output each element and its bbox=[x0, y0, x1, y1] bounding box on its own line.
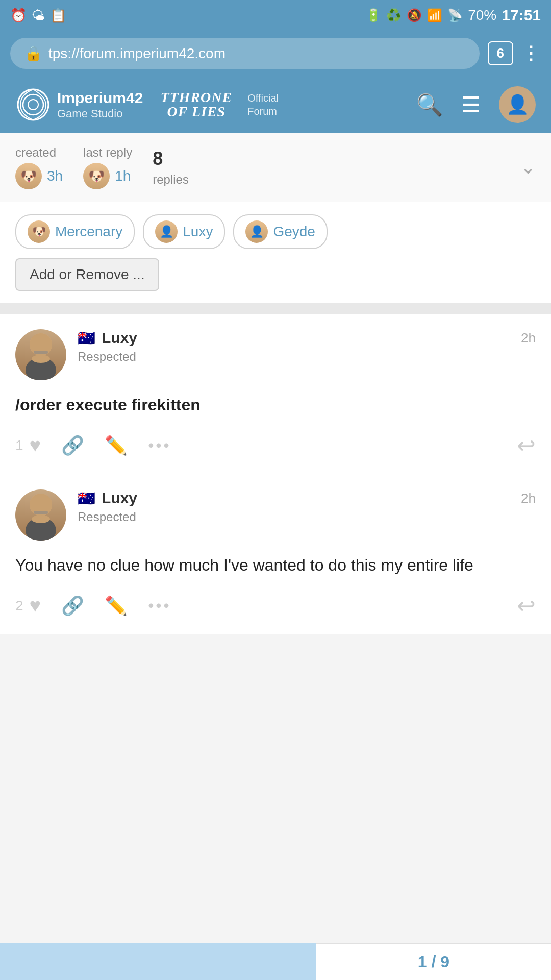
tag-geyde-avatar: 👤 bbox=[245, 220, 268, 243]
thread-meta-info: created 🐶 3h last reply 🐶 1h 8 replies bbox=[15, 145, 520, 189]
last-reply-time: 1h bbox=[115, 168, 131, 184]
last-reply-avatar: 🐶 bbox=[83, 163, 110, 189]
post-1-header: 🇦🇺 Luxy 2h Respected bbox=[15, 329, 536, 380]
status-bar: ⏰ 🌤 📋 🔋 ♻️ 🔕 📶 📡 70% 17:51 bbox=[0, 0, 551, 31]
like-count-2: 2 bbox=[15, 598, 23, 614]
post-1-like-action[interactable]: 1 ♥ bbox=[15, 434, 41, 456]
scroll-bar[interactable] bbox=[0, 943, 316, 980]
edit-icon-2: ✏️ bbox=[105, 595, 128, 617]
signal-icon: 📡 bbox=[447, 8, 463, 22]
link-icon-2: 🔗 bbox=[61, 595, 84, 617]
post-1-username-row: 🇦🇺 Luxy 2h bbox=[78, 329, 536, 347]
post-2: 🇦🇺 Luxy 2h Respected You have no clue ho… bbox=[0, 474, 551, 634]
post-2-link-action[interactable]: 🔗 bbox=[61, 595, 84, 617]
post-1-time: 2h bbox=[521, 330, 536, 346]
created-avatar: 🐶 bbox=[15, 163, 42, 189]
user-avatar[interactable]: 👤 bbox=[499, 86, 536, 123]
post-2-content: You have no clue how much I've wanted to… bbox=[15, 553, 536, 577]
game-title-line2: of Lies bbox=[167, 105, 226, 119]
au-flag-icon-2: 🇦🇺 bbox=[78, 490, 95, 507]
post-2-more-action[interactable]: ••• bbox=[148, 596, 171, 615]
tag-geyde-label: Geyde bbox=[273, 224, 315, 240]
recycling-icon: ♻️ bbox=[386, 8, 402, 22]
tag-geyde[interactable]: 👤 Geyde bbox=[233, 214, 328, 249]
tag-mercenary-label: Mercenary bbox=[55, 224, 122, 240]
heart-icon[interactable]: ♥ bbox=[30, 434, 41, 456]
post-2-user-info: 🇦🇺 Luxy 2h Respected bbox=[78, 489, 536, 524]
post-2-header: 🇦🇺 Luxy 2h Respected bbox=[15, 489, 536, 541]
replies-count: 8 bbox=[153, 148, 163, 169]
pagination-display: 1 / 9 bbox=[418, 952, 449, 971]
svg-rect-7 bbox=[34, 351, 48, 354]
svg-point-1 bbox=[23, 94, 43, 115]
last-reply-meta: last reply 🐶 1h bbox=[83, 145, 132, 189]
imperium-logo[interactable]: Imperium42 Game Studio bbox=[15, 87, 143, 122]
post-1: 🇦🇺 Luxy 2h Respected /order execute fire… bbox=[0, 314, 551, 474]
spiral-icon bbox=[15, 87, 51, 122]
throne-of-lies-logo[interactable]: TThrone of Lies bbox=[160, 90, 232, 119]
status-icons-left: ⏰ 🌤 📋 bbox=[10, 8, 66, 23]
post-separator bbox=[0, 304, 551, 314]
link-icon: 🔗 bbox=[61, 435, 84, 456]
post-1-avatar[interactable] bbox=[15, 329, 66, 380]
tags-section: 🐶 Mercenary 👤 Luxy 👤 Geyde Add or Remove… bbox=[0, 202, 551, 304]
battery-percent: 70% bbox=[468, 7, 496, 23]
notification-icon: 📋 bbox=[50, 8, 66, 23]
tag-luxy-avatar: 👤 bbox=[155, 220, 178, 243]
heart-icon-2[interactable]: ♥ bbox=[30, 595, 41, 617]
post-2-role: Respected bbox=[78, 510, 536, 524]
post-1-more-action[interactable]: ••• bbox=[148, 436, 171, 455]
site-name: Imperium42 bbox=[57, 89, 143, 107]
svg-rect-12 bbox=[34, 511, 48, 514]
browser-menu-button[interactable]: ⋮ bbox=[521, 43, 541, 64]
tag-mercenary[interactable]: 🐶 Mercenary bbox=[15, 214, 135, 249]
lock-icon: 🔒 bbox=[24, 45, 42, 62]
add-remove-button[interactable]: Add or Remove ... bbox=[15, 258, 159, 291]
forum-header: Imperium42 Game Studio TThrone of Lies O… bbox=[0, 76, 551, 133]
post-2-avatar[interactable] bbox=[15, 489, 66, 541]
chevron-down-icon[interactable]: ⌄ bbox=[520, 157, 536, 178]
post-1-user-info: 🇦🇺 Luxy 2h Respected bbox=[78, 329, 536, 364]
post-2-like-action[interactable]: 2 ♥ bbox=[15, 595, 41, 617]
created-user: 🐶 3h bbox=[15, 163, 63, 189]
more-icon-2: ••• bbox=[148, 596, 171, 615]
svg-point-6 bbox=[32, 355, 50, 363]
tag-luxy[interactable]: 👤 Luxy bbox=[143, 214, 225, 249]
replies-label: replies bbox=[153, 173, 189, 187]
edit-icon: ✏️ bbox=[105, 435, 128, 456]
menu-icon[interactable]: ☰ bbox=[461, 92, 481, 117]
more-icon: ••• bbox=[148, 436, 171, 455]
post-2-time: 2h bbox=[521, 491, 536, 506]
au-flag-icon: 🇦🇺 bbox=[78, 330, 95, 347]
tab-count[interactable]: 6 bbox=[488, 41, 513, 65]
post-2-actions: 2 ♥ 🔗 ✏️ ••• ↩ bbox=[15, 593, 536, 619]
post-2-username[interactable]: Luxy bbox=[102, 489, 137, 507]
url-text: tps://forum.imperium42.com bbox=[48, 45, 226, 62]
bottom-spacer bbox=[0, 634, 551, 675]
site-subtitle: Game Studio bbox=[57, 107, 143, 120]
logo-text: Imperium42 Game Studio bbox=[57, 89, 143, 120]
reply-icon: ↩ bbox=[517, 433, 536, 458]
post-1-link-action[interactable]: 🔗 bbox=[61, 435, 84, 456]
header-icons: 🔍 ☰ 👤 bbox=[416, 86, 536, 123]
post-1-username[interactable]: Luxy bbox=[102, 329, 137, 347]
last-reply-label: last reply bbox=[83, 145, 132, 160]
post-2-edit-action[interactable]: ✏️ bbox=[105, 595, 128, 617]
mute-icon: 🔕 bbox=[407, 8, 422, 22]
thread-meta: created 🐶 3h last reply 🐶 1h 8 replies ⌄ bbox=[0, 133, 551, 202]
weather-icon: 🌤 bbox=[32, 8, 45, 23]
status-icons-right: 🔋 ♻️ 🔕 📶 📡 70% 17:51 bbox=[366, 7, 541, 24]
wifi-icon: 📶 bbox=[427, 8, 442, 22]
battery-charge-icon: 🔋 bbox=[366, 8, 381, 22]
post-1-reply-action[interactable]: ↩ bbox=[517, 432, 536, 458]
search-icon[interactable]: 🔍 bbox=[416, 92, 443, 117]
like-count-1: 1 bbox=[15, 437, 23, 454]
post-2-username-row: 🇦🇺 Luxy 2h bbox=[78, 489, 536, 507]
reply-icon-2: ↩ bbox=[517, 593, 536, 618]
post-2-reply-action[interactable]: ↩ bbox=[517, 593, 536, 619]
post-1-edit-action[interactable]: ✏️ bbox=[105, 435, 128, 456]
url-bar[interactable]: 🔒 tps://forum.imperium42.com bbox=[10, 38, 480, 69]
replies-meta: 8 replies bbox=[153, 148, 189, 187]
post-1-content: /order execute firekitten bbox=[15, 393, 536, 417]
tag-luxy-label: Luxy bbox=[183, 224, 213, 240]
